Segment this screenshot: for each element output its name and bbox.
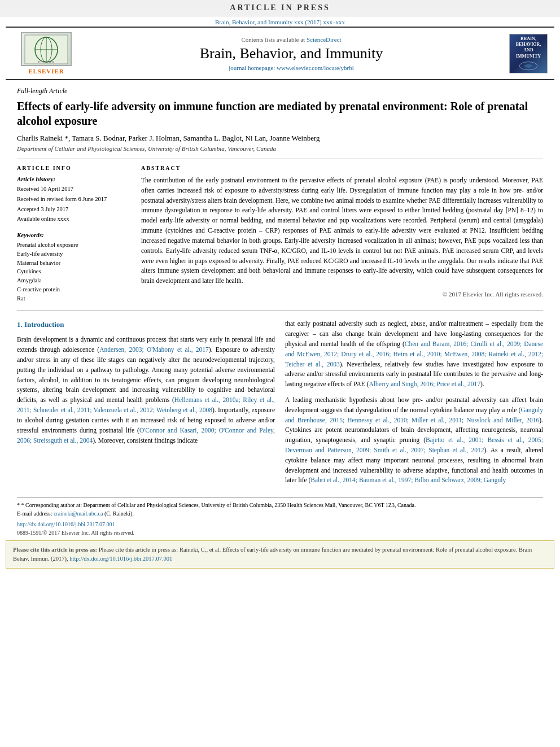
authors-line: Charlis Raineki *, Tamara S. Bodnar, Par…	[17, 134, 543, 143]
elsevier-logo-area: ELSEVIER ELSEVIER	[12, 32, 80, 75]
journal-link-text: Brain, Behavior, and Immunity xxx (2017)…	[215, 19, 345, 25]
ref-chen[interactable]: Chen and Baram, 2016; Cirulli et al., 20…	[285, 340, 543, 368]
keyword-6: C-reactive protein	[17, 285, 130, 294]
accepted-date: Accepted 3 July 2017	[17, 205, 130, 214]
cover-line-2: BEHAVIOR,	[516, 42, 541, 47]
keyword-1: Prenatal alcohol exposure	[17, 241, 130, 250]
contents-line: Contents lists available at ScienceDirec…	[80, 36, 502, 43]
received-revised-date: Received in revised form 6 June 2017	[17, 195, 130, 204]
doi-url[interactable]: http://dx.doi.org/10.1016/j.bbi.2017.07.…	[17, 521, 115, 527]
keyword-2: Early-life adversity	[17, 250, 130, 259]
intro-section-title: 1. Introduction	[17, 319, 275, 330]
available-online: Available online xxxx	[17, 215, 130, 224]
issn-line: 0889-1591/© 2017 Elsevier Inc. All right…	[17, 530, 543, 536]
footnote-star: *	[17, 502, 20, 508]
ref-ganguly[interactable]: Ganguly and Brenhouse, 2015; Hennessy et…	[285, 407, 543, 423]
ref-bajetto[interactable]: Bajetto et al., 2001; Bessis et al., 200…	[285, 436, 543, 453]
intro-col-right: that early postnatal adversity such as n…	[285, 319, 543, 491]
citation-label: Please cite this article in press as:	[13, 547, 99, 553]
homepage-label: journal homepage:	[229, 64, 275, 71]
ref-babri[interactable]: Babri et al., 2014; Bauman et al., 1997;…	[310, 477, 506, 483]
footnote-content: * Corresponding author at: Department of…	[21, 502, 416, 508]
keywords-list: Prenatal alcohol exposure Early-life adv…	[17, 241, 130, 303]
journal-link-line: Brain, Behavior, and Immunity xxx (2017)…	[0, 16, 560, 27]
history-label: Article history:	[17, 176, 130, 182]
footnote-email: E-mail address: craineki@mail.ubc.ca (C.…	[17, 509, 543, 518]
section-divider	[17, 311, 543, 311]
footnote-text: * * Corresponding author at: Department …	[17, 501, 543, 509]
ref-andersen[interactable]: Andersen, 2003; O'Mahony et al., 2017	[99, 346, 209, 353]
journal-cover-image: BRAIN, BEHAVIOR, AND IMMUNITY	[509, 34, 548, 73]
article-type: Full-length Article	[17, 87, 543, 95]
keyword-5: Amygdala	[17, 276, 130, 285]
journal-homepage-line: journal homepage: www.elsevier.com/locat…	[80, 64, 502, 71]
citation-bar: Please cite this article in press as: Pl…	[6, 540, 554, 569]
journal-cover-area: BRAIN, BEHAVIOR, AND IMMUNITY	[502, 34, 548, 73]
abstract-column: ABSTRACT The contribution of the early p…	[141, 165, 543, 303]
abstract-text: The contribution of the early postnatal …	[141, 176, 543, 286]
received-date: Received 10 April 2017	[17, 185, 130, 194]
elsevier-logo: ELSEVIER ELSEVIER	[12, 32, 80, 75]
email-suffix: (C. Raineki).	[104, 510, 134, 517]
article-info-column: ARTICLE INFO Article history: Received 1…	[17, 165, 130, 303]
aip-banner-text: ARTICLE IN PRESS	[230, 3, 330, 12]
journal-header-center: Contents lists available at ScienceDirec…	[80, 36, 502, 71]
article-info-heading: ARTICLE INFO	[17, 165, 130, 171]
ref-hellemans[interactable]: Hellemans et al., 2010a; Riley et al., 2…	[17, 396, 275, 413]
keyword-3: Maternal behavior	[17, 259, 130, 268]
cover-line-3: AND	[523, 47, 533, 53]
journal-title: Brain, Behavior, and Immunity	[80, 45, 502, 62]
journal-header: ELSEVIER ELSEVIER Contents lists availab…	[6, 27, 554, 80]
elsevier-logo-image: ELSEVIER	[21, 32, 72, 66]
introduction-section: 1. Introduction Brain development is a d…	[17, 319, 543, 491]
svg-text:ELSEVIER: ELSEVIER	[38, 60, 54, 64]
email-link[interactable]: craineki@mail.ubc.ca	[54, 510, 103, 517]
copyright-line: © 2017 Elsevier Inc. All rights reserved…	[141, 291, 543, 298]
abstract-heading: ABSTRACT	[141, 165, 543, 171]
footnote-area: * * Corresponding author at: Department …	[17, 497, 543, 518]
ref-alberry[interactable]: Alberry and Singh, 2016; Price et al., 2…	[369, 381, 480, 387]
sciencedirect-link[interactable]: ScienceDirect	[307, 36, 342, 43]
cover-line-4: IMMUNITY	[516, 54, 541, 59]
citation-link[interactable]: http://dx.doi.org/10.1016/j.bbi.2017.07.…	[69, 556, 172, 562]
email-label: E-mail address:	[17, 510, 52, 517]
article-info-abstract-section: ARTICLE INFO Article history: Received 1…	[17, 159, 543, 303]
keyword-4: Cytokines	[17, 267, 130, 276]
article-title: Effects of early-life adversity on immun…	[17, 99, 543, 128]
doi-line[interactable]: http://dx.doi.org/10.1016/j.bbi.2017.07.…	[17, 521, 543, 527]
affiliation-line: Department of Cellular and Physiological…	[17, 145, 543, 152]
contents-label: Contents lists available at	[241, 36, 305, 43]
keyword-7: Rat	[17, 294, 130, 303]
homepage-url[interactable]: www.elsevier.com/locate/ybrbi	[277, 64, 354, 71]
intro-para1-left: Brain development is a dynamic and conti…	[17, 335, 275, 445]
keywords-label: Keywords:	[17, 231, 130, 238]
intro-col-left: 1. Introduction Brain development is a d…	[17, 319, 275, 491]
intro-para2-right: A leading mechanistic hypothesis about h…	[285, 395, 543, 486]
aip-banner: ARTICLE IN PRESS	[0, 0, 560, 16]
intro-para1-right: that early postnatal adversity such as n…	[285, 319, 543, 390]
ref-oconnor[interactable]: O'Connor and Kasari, 2000; O'Connor and …	[17, 427, 275, 444]
elsevier-label-text: ELSEVIER	[28, 68, 64, 75]
authors-text: Charlis Raineki *, Tamara S. Bodnar, Par…	[17, 134, 320, 142]
cover-line-1: BRAIN,	[520, 36, 536, 42]
